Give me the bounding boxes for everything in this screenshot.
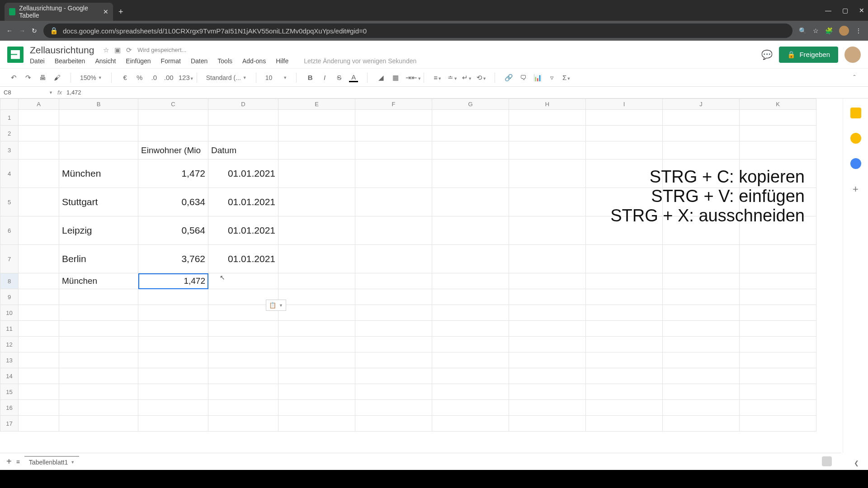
- row-header[interactable]: 6: [0, 216, 19, 245]
- row-header[interactable]: 7: [0, 245, 19, 273]
- cell-B7[interactable]: Berlin: [59, 245, 138, 273]
- calendar-icon[interactable]: [850, 108, 861, 118]
- row-header[interactable]: 14: [0, 368, 19, 384]
- merge-icon[interactable]: ⇥⇤▼: [406, 74, 415, 82]
- add-sheet-button[interactable]: +: [6, 456, 12, 467]
- zoom-select[interactable]: 150%▼: [80, 74, 102, 81]
- currency-icon[interactable]: €: [121, 74, 130, 81]
- chart-icon[interactable]: 📊: [533, 74, 542, 82]
- row-header[interactable]: 15: [0, 384, 19, 400]
- col-header-E[interactable]: E: [278, 99, 355, 110]
- col-header-D[interactable]: D: [208, 99, 278, 110]
- row-header[interactable]: 8: [0, 273, 19, 289]
- cell-C4[interactable]: 1,472: [138, 160, 208, 188]
- col-header-C[interactable]: C: [138, 99, 208, 110]
- col-header-I[interactable]: I: [586, 99, 663, 110]
- cloud-status-icon[interactable]: ⟳: [126, 46, 132, 54]
- row-header[interactable]: 4: [0, 160, 19, 188]
- halign-icon[interactable]: ≡▼: [433, 74, 442, 81]
- decrease-decimal-icon[interactable]: .0: [150, 74, 159, 81]
- zoom-indicator-icon[interactable]: 🔍: [799, 27, 807, 34]
- cell-D4[interactable]: 01.01.2021: [208, 160, 278, 188]
- row-header[interactable]: 12: [0, 337, 19, 352]
- row-header[interactable]: 10: [0, 305, 19, 321]
- star-outline-icon[interactable]: ☆: [103, 46, 109, 54]
- borders-icon[interactable]: ▦: [391, 74, 400, 82]
- cell-B4[interactable]: München: [59, 160, 138, 188]
- row-header[interactable]: 16: [0, 400, 19, 416]
- cell-B8[interactable]: München: [59, 273, 138, 289]
- sheet-tab[interactable]: Tabellenblatt1 ▼: [24, 456, 79, 468]
- star-icon[interactable]: ☆: [813, 27, 819, 34]
- formula-value[interactable]: 1,472: [66, 89, 81, 96]
- show-side-panel-icon[interactable]: ❮: [854, 460, 859, 466]
- forward-icon[interactable]: →: [19, 27, 25, 34]
- tasks-icon[interactable]: [850, 158, 861, 169]
- wrap-icon[interactable]: ↵▼: [462, 74, 471, 82]
- cell-B6[interactable]: Leipzig: [59, 216, 138, 245]
- cell-D7[interactable]: 01.01.2021: [208, 245, 278, 273]
- cell-C5[interactable]: 0,634: [138, 188, 208, 216]
- comments-icon[interactable]: 💬: [761, 49, 773, 60]
- bold-icon[interactable]: B: [306, 74, 315, 81]
- filter-icon[interactable]: ▿: [547, 74, 557, 82]
- paint-format-icon[interactable]: 🖌: [52, 74, 61, 81]
- name-box[interactable]: [4, 89, 44, 96]
- browser-tab[interactable]: Zellausrichtung - Google Tabelle ✕: [5, 3, 113, 21]
- col-header-G[interactable]: G: [432, 99, 509, 110]
- more-formats[interactable]: 123▼: [179, 74, 188, 81]
- increase-decimal-icon[interactable]: .00: [164, 74, 173, 81]
- row-header[interactable]: 2: [0, 126, 19, 141]
- row-header[interactable]: 13: [0, 352, 19, 368]
- percent-icon[interactable]: %: [135, 74, 144, 81]
- col-header-B[interactable]: B: [59, 99, 138, 110]
- row-header[interactable]: 5: [0, 188, 19, 216]
- menu-hilfe[interactable]: Hilfe: [276, 57, 288, 65]
- row-header[interactable]: 11: [0, 321, 19, 337]
- menu-daten[interactable]: Daten: [191, 57, 208, 65]
- col-header-A[interactable]: A: [19, 99, 59, 110]
- keep-icon[interactable]: [850, 133, 861, 144]
- menu-addons[interactable]: Add-ons: [242, 57, 266, 65]
- strike-icon[interactable]: S: [335, 74, 344, 81]
- italic-icon[interactable]: I: [320, 74, 329, 81]
- undo-icon[interactable]: ↶: [9, 74, 18, 82]
- row-header[interactable]: 1: [0, 110, 19, 126]
- sheets-logo[interactable]: [7, 47, 24, 63]
- last-edit-text[interactable]: Letzte Änderung vor wenigen Sekunden: [304, 57, 416, 65]
- all-sheets-icon[interactable]: ≡: [16, 458, 20, 465]
- menu-einfuegen[interactable]: Einfügen: [126, 57, 151, 65]
- comment-icon[interactable]: 🗨: [519, 74, 528, 81]
- text-color-icon[interactable]: A: [349, 73, 358, 82]
- move-folder-icon[interactable]: ▣: [114, 46, 121, 54]
- collapse-toolbar-icon[interactable]: ˆ: [850, 74, 859, 81]
- window-close-icon[interactable]: ✕: [859, 7, 864, 14]
- menu-ansicht[interactable]: Ansicht: [95, 57, 116, 65]
- cell-D6[interactable]: 01.01.2021: [208, 216, 278, 245]
- window-minimize-icon[interactable]: —: [825, 7, 831, 14]
- font-select[interactable]: Standard (...▼: [206, 74, 247, 81]
- explore-button[interactable]: [822, 456, 832, 466]
- col-header-F[interactable]: F: [355, 99, 432, 110]
- menu-tools[interactable]: Tools: [217, 57, 232, 65]
- profile-avatar[interactable]: [839, 26, 849, 36]
- close-tab-icon[interactable]: ✕: [103, 8, 108, 15]
- rotate-icon[interactable]: ⟲▼: [476, 74, 486, 82]
- cell-D3[interactable]: Datum: [208, 141, 278, 160]
- link-icon[interactable]: 🔗: [504, 74, 513, 82]
- menu-dots-icon[interactable]: ⋮: [855, 27, 862, 34]
- cell-C3[interactable]: Einwohner (Mio: [138, 141, 208, 160]
- paste-options-dropdown[interactable]: 📋▼: [266, 300, 286, 311]
- font-size-select[interactable]: 10▼: [265, 74, 288, 81]
- menu-bearbeiten[interactable]: Bearbeiten: [55, 57, 85, 65]
- reload-icon[interactable]: ↻: [32, 27, 37, 34]
- back-icon[interactable]: ←: [6, 27, 13, 34]
- redo-icon[interactable]: ↷: [24, 74, 33, 82]
- new-tab-button[interactable]: +: [113, 3, 129, 21]
- document-title-input[interactable]: [30, 45, 98, 56]
- add-panel-icon[interactable]: +: [850, 183, 861, 194]
- cell-C8-selected[interactable]: 1,472: [138, 273, 208, 289]
- print-icon[interactable]: 🖶: [38, 74, 47, 81]
- cell-C6[interactable]: 0,564: [138, 216, 208, 245]
- col-header-K[interactable]: K: [740, 99, 816, 110]
